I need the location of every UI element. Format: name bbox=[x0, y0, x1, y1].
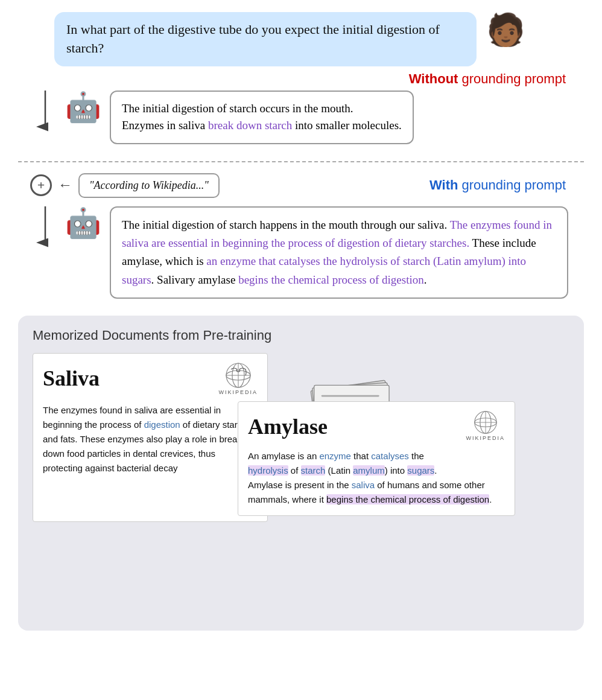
amylase-highlight-text: begins the chemical process of digestion bbox=[326, 494, 489, 504]
without-response-line2-before: Enzymes in saliva bbox=[122, 119, 208, 132]
amylase-wiki-logo: Wikipedia bbox=[466, 410, 505, 443]
amylase-line3: Amylase is present in the bbox=[248, 480, 352, 490]
amylase-wikipedia-label: Wikipedia bbox=[466, 434, 505, 443]
with-grounding-label: With grounding prompt bbox=[429, 177, 566, 193]
left-arrow-icon: ← bbox=[58, 177, 72, 193]
without-rest: grounding prompt bbox=[458, 71, 566, 86]
amylase-highlight-text-span: begins the chemical process of digestion bbox=[326, 494, 489, 504]
amylase-hydrolysis-link: hydrolysis bbox=[248, 465, 288, 476]
question-row: In what part of the digestive tube do yo… bbox=[18, 12, 584, 66]
saliva-wiki-card: Saliva Wikipedia bbox=[33, 353, 268, 522]
amylase-wiki-title: Amylase bbox=[248, 410, 328, 443]
amylase-line2-mid: of bbox=[288, 465, 301, 476]
dashed-divider bbox=[18, 161, 584, 162]
amylase-sugars-link[interactable]: sugars bbox=[407, 465, 434, 476]
amylase-line4-end: . bbox=[489, 494, 492, 504]
amylase-line2-period: . bbox=[434, 465, 437, 476]
arrow-curve-without bbox=[36, 91, 54, 139]
saliva-body4: bacterial decay bbox=[114, 463, 177, 473]
robot-emoji-with: 🤖 bbox=[65, 206, 101, 240]
saliva-wikipedia-label: Wikipedia bbox=[218, 389, 258, 397]
without-robot-row: 🤖 The initial digestion of starch occurs… bbox=[18, 91, 584, 144]
grounding-prompt-text: "According to Wikipedia..." bbox=[89, 179, 209, 191]
amylase-sugars-highlight: sugars bbox=[407, 465, 434, 476]
without-label-row: Without grounding prompt bbox=[18, 71, 584, 87]
amylase-enzyme-link[interactable]: enzyme bbox=[319, 451, 351, 461]
amylase-line2-after: (Latin bbox=[325, 465, 353, 476]
amylase-line1-before: An amylase is an bbox=[248, 451, 319, 461]
memorized-section: Memorized Documents from Pre-training Sa… bbox=[18, 316, 584, 631]
without-response-bubble: The initial digestion of starch occurs i… bbox=[110, 91, 414, 144]
user-avatar-emoji: 🧑🏾 bbox=[486, 14, 525, 46]
with-response-part5: . Salivary amylase bbox=[151, 273, 239, 286]
with-response-bubble: The initial digestion of starch happens … bbox=[110, 206, 568, 299]
amylase-line1-mid: that bbox=[351, 451, 371, 461]
saliva-wiki-title: Saliva bbox=[43, 362, 100, 395]
amylase-wiki-card: Amylase Wikipedia An amylase is an en bbox=[238, 401, 515, 516]
without-grounding-section: Without grounding prompt 🤖 The initial d… bbox=[18, 71, 584, 144]
with-response-part1: The initial digestion of starch happens … bbox=[122, 218, 450, 231]
amylase-starch-link[interactable]: starch bbox=[301, 465, 326, 476]
amylase-line2-end: ) into bbox=[385, 465, 408, 476]
without-response-line1: The initial digestion of starch occurs i… bbox=[122, 102, 353, 115]
amylase-line1-after: the bbox=[409, 451, 424, 461]
amylase-amylum-highlight: amylum bbox=[353, 465, 385, 476]
question-text: In what part of the digestive tube do yo… bbox=[66, 22, 440, 56]
amylase-amylum-link[interactable]: amylum bbox=[353, 465, 385, 476]
saliva-digestion-link[interactable]: digestion bbox=[144, 419, 180, 430]
amylase-wiki-header: Amylase Wikipedia bbox=[248, 410, 505, 443]
arrow-curve-with bbox=[36, 206, 54, 255]
saliva-wiki-body: The enzymes found in saliva are essentia… bbox=[43, 403, 258, 476]
amylase-wiki-body: An amylase is an enzyme that catalyses t… bbox=[248, 449, 505, 507]
amylase-catalyses-link[interactable]: catalyses bbox=[371, 451, 409, 461]
with-response-part6: begins the chemical process of digestion bbox=[238, 273, 424, 286]
without-grounding-label: Without grounding prompt bbox=[409, 71, 566, 87]
wikipedia-globe-icon-saliva bbox=[225, 362, 252, 389]
without-response-purple: break down starch bbox=[208, 119, 292, 132]
with-robot-row: 🤖 The initial digestion of starch happen… bbox=[18, 206, 584, 299]
amylase-starch-highlight: starch bbox=[301, 465, 326, 476]
without-bold: Without bbox=[409, 71, 458, 86]
with-rest: grounding prompt bbox=[458, 177, 566, 192]
saliva-wiki-header: Saliva Wikipedia bbox=[43, 362, 258, 397]
saliva-wiki-logo: Wikipedia bbox=[218, 362, 258, 397]
with-bold: With bbox=[429, 177, 458, 192]
target-icon bbox=[30, 174, 52, 196]
grounding-prompt-bubble: "According to Wikipedia..." bbox=[78, 173, 220, 198]
amylase-saliva-link[interactable]: saliva bbox=[352, 480, 375, 490]
without-response-line2-after: into smaller molecules. bbox=[292, 119, 402, 132]
amylase-hydrolysis-anchor[interactable]: hydrolysis bbox=[248, 465, 288, 476]
wikipedia-globe-icon-amylase bbox=[474, 410, 498, 434]
wiki-docs-row: Saliva Wikipedia bbox=[33, 353, 569, 619]
with-grounding-section: ← "According to Wikipedia..." With groun… bbox=[18, 173, 584, 299]
question-bubble: In what part of the digestive tube do yo… bbox=[54, 12, 477, 66]
robot-emoji-without: 🤖 bbox=[65, 91, 101, 124]
main-container: In what part of the digestive tube do yo… bbox=[0, 0, 602, 643]
with-response-part7: . bbox=[424, 273, 427, 286]
memorized-title: Memorized Documents from Pre-training bbox=[33, 328, 569, 343]
grounding-prompt-row: ← "According to Wikipedia..." bbox=[30, 173, 220, 198]
